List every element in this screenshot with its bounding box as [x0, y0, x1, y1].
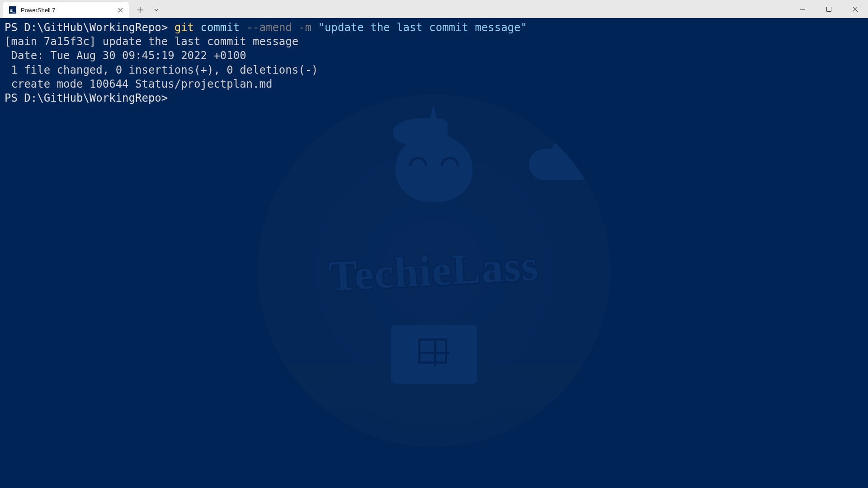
close-window-button[interactable]	[842, 0, 868, 18]
command-flag-m: -m	[292, 21, 318, 34]
terminal-pane[interactable]: TechieLass PS D:\GitHub\WorkingRepo> git…	[0, 18, 868, 488]
command-git: git	[175, 21, 194, 34]
new-tab-button[interactable]	[132, 2, 148, 18]
output-line: 1 file changed, 0 insertions(+), 0 delet…	[5, 64, 318, 76]
background-watermark: TechieLass	[258, 94, 610, 447]
maximize-button[interactable]	[816, 0, 842, 18]
close-tab-button[interactable]	[117, 6, 124, 14]
prompt: PS D:\GitHub\WorkingRepo>	[5, 21, 175, 34]
maximize-icon	[826, 7, 831, 12]
watermark-text: TechieLass	[328, 240, 540, 301]
title-bar: ≥_ PowerShell 7	[0, 0, 868, 18]
command-subcommand: commit	[194, 21, 246, 34]
tab-dropdown-button[interactable]	[148, 2, 165, 18]
close-icon	[118, 8, 123, 13]
output-line: create mode 100644 Status/projectplan.md	[5, 78, 272, 90]
chevron-down-icon	[154, 9, 159, 11]
svg-rect-5	[826, 7, 831, 11]
output-line: Date: Tue Aug 30 09:45:19 2022 +0100	[5, 49, 246, 62]
prompt: PS D:\GitHub\WorkingRepo>	[5, 92, 175, 104]
close-icon	[853, 7, 858, 12]
window-controls	[789, 0, 868, 18]
minimize-button[interactable]	[789, 0, 816, 18]
minimize-icon	[800, 7, 805, 12]
plus-icon	[137, 7, 143, 13]
tab-powershell[interactable]: ≥_ PowerShell 7	[3, 2, 129, 18]
powershell-icon: ≥_	[9, 6, 16, 14]
output-line: [main 7a15f3c] update the last commit me…	[5, 35, 298, 48]
terminal-output: PS D:\GitHub\WorkingRepo> git commit --a…	[0, 18, 868, 108]
tab-title: PowerShell 7	[21, 7, 112, 14]
command-string: "update the last commit message"	[318, 21, 527, 34]
command-flag-amend: --amend	[246, 21, 292, 34]
